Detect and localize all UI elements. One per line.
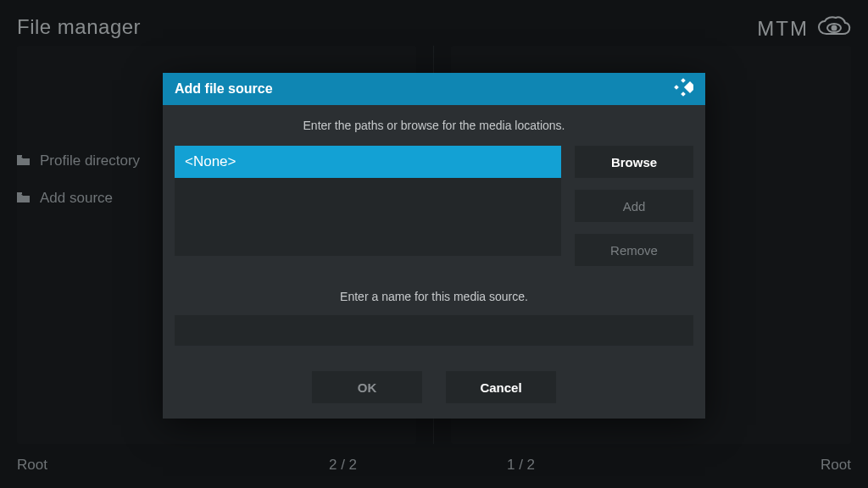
dialog-header: Add file source bbox=[163, 73, 705, 105]
add-file-source-dialog: Add file source Enter the paths or brows… bbox=[163, 73, 705, 419]
dialog-title: Add file source bbox=[175, 81, 273, 97]
right-root-label: Root bbox=[821, 457, 851, 474]
folder-icon bbox=[17, 190, 30, 207]
list-item-profile-directory[interactable]: Profile directory bbox=[17, 152, 140, 169]
paths-list: <None> bbox=[175, 146, 561, 256]
left-root-label: Root bbox=[17, 457, 47, 474]
path-item[interactable]: <None> bbox=[175, 146, 561, 178]
svg-rect-5 bbox=[684, 81, 693, 93]
cancel-button[interactable]: Cancel bbox=[446, 371, 556, 403]
brand-text: MTM bbox=[757, 17, 809, 41]
list-item-label: Add source bbox=[40, 190, 113, 207]
list-item-add-source[interactable]: Add source bbox=[17, 190, 140, 207]
kodi-logo-icon bbox=[673, 77, 693, 101]
svg-rect-3 bbox=[681, 92, 686, 97]
footer-bar: Root 2 / 2 1 / 2 Root bbox=[0, 452, 868, 478]
page-title: File manager bbox=[17, 15, 141, 39]
cloud-eye-icon bbox=[817, 15, 851, 42]
left-item-count: 2 / 2 bbox=[329, 457, 357, 474]
ok-button[interactable]: OK bbox=[312, 371, 422, 403]
source-name-input[interactable] bbox=[175, 315, 693, 346]
svg-rect-2 bbox=[681, 78, 686, 83]
remove-button[interactable]: Remove bbox=[575, 234, 693, 266]
folder-icon bbox=[17, 152, 30, 169]
left-file-list: Profile directory Add source bbox=[17, 152, 140, 207]
svg-point-1 bbox=[832, 26, 837, 30]
add-button[interactable]: Add bbox=[575, 190, 693, 222]
paths-prompt-text: Enter the paths or browse for the media … bbox=[175, 119, 693, 132]
svg-rect-4 bbox=[674, 85, 679, 90]
right-item-count: 1 / 2 bbox=[507, 457, 535, 474]
name-prompt-text: Enter a name for this media source. bbox=[175, 290, 693, 303]
brand-badge: MTM bbox=[757, 15, 851, 42]
browse-button[interactable]: Browse bbox=[575, 146, 693, 178]
list-item-label: Profile directory bbox=[40, 152, 140, 169]
